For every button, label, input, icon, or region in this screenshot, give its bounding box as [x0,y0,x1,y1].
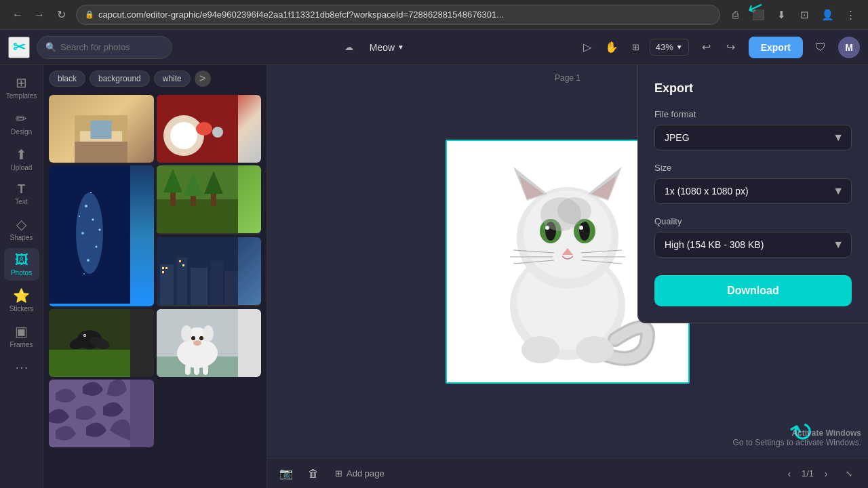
share-button[interactable]: ⎙ ↙ [726,5,745,24]
camera-button[interactable]: 📷 [275,463,297,485]
svg-point-16 [87,259,90,262]
export-panel-title: Export [654,81,852,96]
stickers-icon: ⭐ [13,287,30,304]
search-input[interactable] [60,42,155,52]
svg-point-18 [79,216,80,217]
profile-button[interactable]: 👤 [818,5,837,24]
quality-select[interactable]: High (154 KB - 308 KB) Medium [654,232,852,258]
sidebar-item-upload[interactable]: ⬆ Upload [4,142,39,176]
fullscreen-button[interactable]: ⤡ [838,463,860,485]
menu-button[interactable]: ⋮ [841,5,860,24]
tag-background[interactable]: background [90,70,150,87]
more-tags-button[interactable]: > [195,70,211,87]
prev-page-button[interactable]: ‹ [781,466,797,482]
svg-rect-38 [179,260,181,262]
food-thumbnail-svg [157,95,238,163]
left-panel: black background white > [43,65,267,488]
refresh-button[interactable]: ↻ [52,5,71,24]
canvas-area: Page 1 [267,65,868,488]
export-panel: Export File format JPEG PNG PDF ▼ Size [637,65,868,323]
cloud-save-button[interactable]: ☁ [339,39,359,55]
list-item[interactable] [157,165,262,235]
svg-point-9 [212,127,223,138]
more-icon: ⋯ [15,359,28,375]
export-button[interactable]: Export [749,37,803,58]
user-avatar-button[interactable]: M [838,37,860,58]
svg-point-6 [170,122,197,149]
download-button[interactable]: Download [654,275,852,306]
sidebar-item-templates[interactable]: ⊞ Templates [4,70,39,104]
list-item[interactable] [157,309,262,377]
svg-point-72 [579,222,590,241]
sidebar-item-shapes[interactable]: ◇ Shapes [4,212,39,245]
address-bar[interactable]: 🔒 capcut.com/editor-graphic/e94e9602396f… [76,5,720,25]
svg-point-53 [199,336,203,340]
list-item[interactable] [49,165,154,306]
sidebar-item-stickers[interactable]: ⭐ Stickers [4,283,39,317]
project-name-button[interactable]: Meow ▼ [364,39,410,56]
svg-rect-34 [224,271,238,305]
quality-select-wrapper: High (154 KB - 308 KB) Medium ▼ [654,232,852,258]
size-field: Size 1x (1080 x 1080 px) 2x (2160 x 2160… [654,163,852,204]
size-select[interactable]: 1x (1080 x 1080 px) 2x (2160 x 2160 px) [654,178,852,204]
add-page-label: Add page [347,468,384,479]
sidebar-item-more[interactable]: ⋯ [4,355,39,380]
svg-point-12 [85,205,87,207]
sidebar-item-photos[interactable]: 🖼 Photos [4,248,39,281]
photo-grid [43,92,267,450]
undo-redo-group: ↩ ↪ [696,37,742,58]
next-page-button[interactable]: › [818,466,834,482]
page-counter: 1/1 [802,468,814,479]
svg-rect-30 [160,264,174,305]
list-item[interactable] [157,95,262,163]
app-container: ✂ 🔍 ☁ Meow ▼ ▷ ✋ ⊞ 43% ▼ [0,30,868,488]
browser-actions: ⎙ ↙ ⬛ ⬇ ⊡ 👤 ⋮ [726,5,860,24]
delete-button[interactable]: 🗑 [302,463,324,485]
svg-rect-57 [185,365,191,375]
list-item[interactable] [49,309,154,377]
svg-rect-3 [91,121,112,139]
extensions-button[interactable]: ⬛ [749,5,768,24]
capcut-logo-button[interactable]: ✂ [8,37,30,58]
file-format-select-wrapper: JPEG PNG PDF ▼ [654,125,852,150]
select-tool-button[interactable]: ▷ [576,37,598,58]
svg-point-52 [191,336,195,340]
profile-split-button[interactable]: ⊡ [795,5,814,24]
file-format-select[interactable]: JPEG PNG PDF [654,125,852,150]
browser-chrome: ← → ↻ 🔒 capcut.com/editor-graphic/e94e96… [0,0,868,30]
svg-point-56 [203,325,214,342]
url-text: capcut.com/editor-graphic/e94e9602396f4e… [98,9,711,20]
shield-button[interactable]: 🛡 [810,37,831,58]
undo-button[interactable]: ↩ [696,37,717,58]
sidebar-item-frames[interactable]: ▣ Frames [4,319,39,352]
upload-icon: ⬆ [16,146,27,163]
back-button[interactable]: ← [8,5,27,24]
cloud-icon: ☁ [344,42,353,52]
sidebar-item-text[interactable]: T Text [4,178,39,209]
tag-black[interactable]: black [49,70,85,87]
download-browser-button[interactable]: ⬇ [772,5,791,24]
city-night-svg [157,237,238,305]
redo-button[interactable]: ↪ [720,37,742,58]
list-item[interactable] [157,237,262,306]
add-page-button[interactable]: ⊞ Add page [330,466,390,481]
room-thumbnail-svg [74,115,128,163]
list-item[interactable] [49,380,154,447]
zoom-button[interactable]: 43% ▼ [650,39,689,56]
hand-tool-button[interactable]: ✋ [601,37,623,58]
design-icon: ✏ [16,110,27,127]
svg-rect-37 [162,271,164,273]
list-item[interactable] [49,95,154,163]
page-navigation: ‹ 1/1 › ⤡ [781,463,860,485]
lock-icon: 🔒 [85,10,94,19]
zoom-level-text: 43% [656,42,673,52]
svg-point-17 [90,192,92,193]
tag-white[interactable]: white [154,70,191,87]
frames-tool-button[interactable]: ⊞ [625,37,647,58]
svg-point-54 [193,340,201,346]
toolbar-tools: ▷ ✋ ⊞ 43% ▼ [576,37,689,58]
forward-button[interactable]: → [30,5,49,24]
sidebar-item-design[interactable]: ✏ Design [4,106,39,140]
templates-icon: ⊞ [16,75,27,91]
svg-point-55 [181,325,192,342]
